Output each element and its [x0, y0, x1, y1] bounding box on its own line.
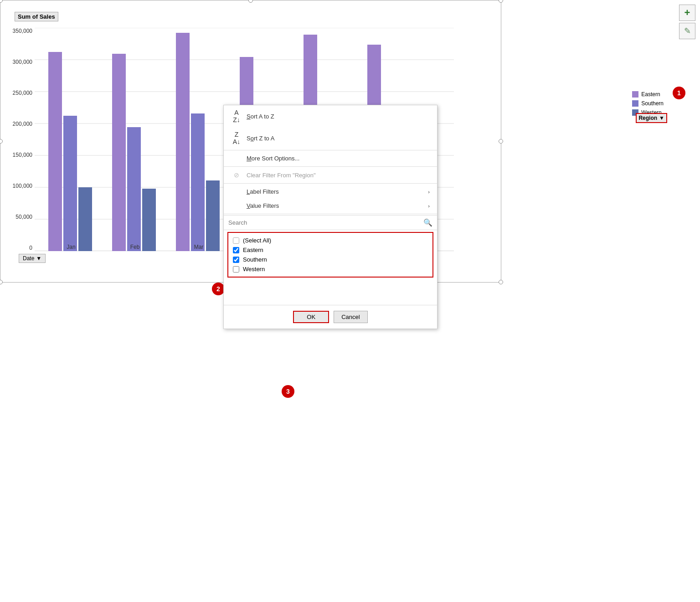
search-input[interactable] [228, 219, 421, 226]
separator-1 [224, 150, 437, 150]
svg-rect-10 [78, 187, 92, 251]
legend-label-southern: Southern [641, 100, 664, 107]
sort-za-item[interactable]: ZA↓ Sort Z to A [224, 127, 437, 149]
label-filters-chevron-icon: › [428, 189, 430, 195]
checkbox-eastern-input[interactable] [233, 247, 239, 253]
y-label-100: 100,000 [3, 183, 32, 189]
cancel-button[interactable]: Cancel [334, 311, 367, 323]
legend-item-eastern: Eastern [632, 91, 664, 98]
checkbox-southern-input[interactable] [233, 257, 239, 263]
badge-3: 3 [282, 385, 294, 398]
sort-za-label: Sort Z to A [247, 135, 274, 142]
search-icon: 🔍 [423, 218, 432, 227]
resize-handle-bl[interactable] [0, 280, 3, 284]
region-label: Region [638, 115, 657, 121]
value-filters-chevron-icon: › [428, 203, 430, 209]
svg-rect-12 [127, 127, 141, 251]
resize-handle-top[interactable] [248, 0, 253, 3]
checkbox-southern[interactable]: Southern [233, 255, 428, 264]
svg-text:Mar: Mar [194, 244, 204, 250]
separator-2 [224, 166, 437, 167]
svg-text:Feb: Feb [130, 244, 140, 250]
svg-rect-13 [142, 189, 156, 251]
svg-rect-16 [206, 180, 220, 251]
checkbox-western-input[interactable] [233, 266, 239, 273]
badge-1: 1 [673, 87, 685, 99]
clear-filter-label: Clear Filter From "Region" [247, 172, 316, 179]
y-label-250: 250,000 [3, 90, 32, 96]
search-area: 🔍 [224, 215, 437, 230]
resize-handle-tl[interactable] [0, 0, 3, 3]
filter-icon: ⊘ [231, 171, 242, 179]
checkbox-eastern[interactable]: Eastern [233, 245, 428, 255]
svg-rect-14 [176, 33, 190, 251]
clear-filter-item[interactable]: ⊘ Clear Filter From "Region" [224, 168, 437, 182]
checkbox-select-all[interactable]: (Select All) [233, 236, 428, 245]
svg-rect-8 [48, 52, 62, 251]
svg-rect-11 [112, 54, 126, 251]
y-axis: 350,000 300,000 250,000 200,000 150,000 … [3, 28, 32, 251]
sort-za-icon: ZA↓ [231, 131, 242, 145]
y-label-0: 0 [3, 245, 32, 251]
value-filters-label: Value Filters [247, 202, 279, 209]
paint-button[interactable]: ✎ [679, 23, 695, 39]
label-filters-item[interactable]: Label Filters › [224, 185, 437, 199]
checkbox-western[interactable]: Western [233, 264, 428, 274]
sort-az-icon: AZ↓ [231, 109, 242, 123]
separator-3 [224, 183, 437, 184]
checkbox-southern-label: Southern [243, 256, 267, 263]
toolbar: + ✎ [679, 5, 695, 39]
svg-rect-15 [191, 113, 205, 251]
plus-icon: + [685, 7, 690, 19]
badge-2: 2 [212, 283, 225, 295]
legend-item-southern: Southern [632, 100, 664, 107]
checkbox-select-all-label: (Select All) [243, 237, 271, 244]
checkbox-western-label: Western [243, 266, 265, 273]
y-label-350: 350,000 [3, 28, 32, 34]
svg-rect-9 [63, 116, 77, 251]
paintbrush-icon: ✎ [684, 26, 691, 36]
resize-handle-tr[interactable] [499, 0, 503, 3]
svg-text:Jan: Jan [67, 244, 75, 250]
sort-az-label: Sort A to Z [247, 113, 274, 120]
date-label: Date [23, 255, 34, 262]
filter-dropdown-menu: AZ↓ Sort A to Z ZA↓ Sort Z to A More Sor… [223, 105, 438, 329]
more-sort-label: More Sort Options... [247, 155, 299, 162]
more-sort-item[interactable]: More Sort Options... [224, 151, 437, 165]
checkbox-list: (Select All) Eastern Southern Western [227, 232, 433, 278]
y-label-300: 300,000 [3, 59, 32, 65]
checkbox-list-container: (Select All) Eastern Southern Western [224, 232, 437, 305]
add-button[interactable]: + [679, 5, 695, 21]
date-arrow-icon: ▼ [36, 255, 41, 262]
value-filters-item[interactable]: Value Filters › [224, 199, 437, 213]
checkbox-select-all-input[interactable] [233, 237, 239, 244]
y-label-50: 50,000 [3, 214, 32, 220]
y-label-200: 200,000 [3, 121, 32, 127]
region-arrow-icon: ▼ [659, 115, 664, 121]
region-filter-button[interactable]: Region ▼ [636, 113, 667, 123]
ok-button[interactable]: OK [293, 311, 329, 323]
legend-color-eastern [632, 91, 638, 98]
chart-legend: Eastern Southern Western [632, 91, 664, 116]
legend-color-southern [632, 100, 638, 107]
sort-az-item[interactable]: AZ↓ Sort A to Z [224, 105, 437, 127]
legend-label-eastern: Eastern [641, 91, 660, 98]
resize-handle-br[interactable] [499, 280, 503, 284]
separator-4 [224, 214, 437, 214]
date-filter-button[interactable]: Date ▼ [19, 254, 46, 263]
y-label-150: 150,000 [3, 152, 32, 158]
dialog-buttons: OK Cancel [224, 305, 437, 329]
chart-title: Sum of Sales [15, 12, 58, 21]
checkbox-eastern-label: Eastern [243, 247, 263, 253]
resize-handle-right[interactable] [499, 139, 503, 144]
label-filters-label: Label Filters [247, 188, 279, 195]
